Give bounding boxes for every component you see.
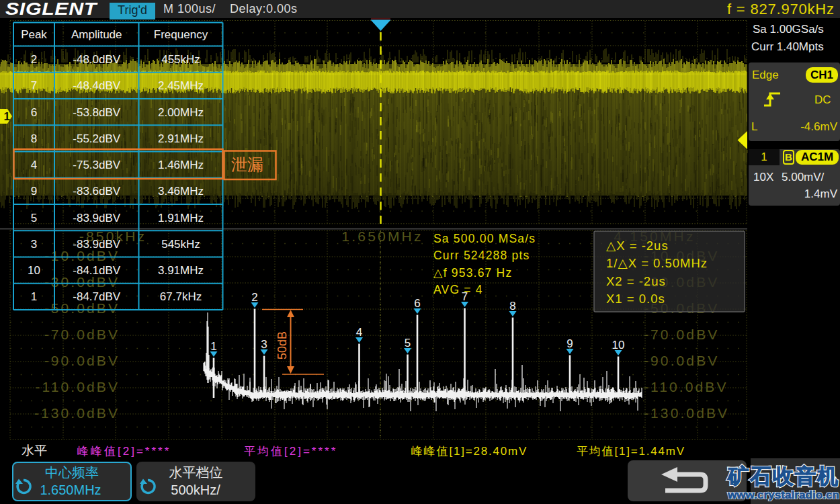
svg-text:6: 6 — [414, 297, 420, 310]
svg-text:2: 2 — [31, 53, 37, 66]
svg-text:67.7kHz: 67.7kHz — [160, 290, 202, 303]
svg-text:Amplitude: Amplitude — [71, 28, 122, 41]
svg-text:3: 3 — [261, 338, 267, 351]
svg-text:-70.0dBV: -70.0dBV — [644, 327, 719, 342]
svg-text:-48.0dBV: -48.0dBV — [73, 53, 121, 66]
svg-text:-70.0dBV: -70.0dBV — [44, 327, 120, 342]
svg-text:泄漏: 泄漏 — [231, 155, 263, 173]
svg-text:4: 4 — [356, 326, 362, 339]
svg-text:-130.0dBV: -130.0dBV — [34, 405, 120, 421]
svg-text:3.91MHz: 3.91MHz — [158, 264, 204, 277]
svg-text:1: 1 — [210, 340, 216, 353]
svg-text:AVG = 4: AVG = 4 — [433, 283, 483, 296]
svg-text:-83.9dBV: -83.9dBV — [73, 212, 121, 224]
svg-text:△X = -2us: △X = -2us — [606, 239, 669, 253]
svg-text:1/△X = 0.50MHz: 1/△X = 0.50MHz — [606, 256, 708, 270]
svg-text:7: 7 — [31, 79, 37, 92]
svg-text:Peak: Peak — [21, 28, 47, 41]
svg-text:2.91MHz: 2.91MHz — [158, 132, 204, 145]
svg-text:1.650MHz: 1.650MHz — [341, 228, 423, 244]
svg-text:9: 9 — [31, 185, 37, 198]
svg-text:5: 5 — [31, 212, 37, 224]
svg-text:1.91MHz: 1.91MHz — [158, 212, 204, 224]
svg-text:△f 953.67 Hz: △f 953.67 Hz — [433, 266, 512, 280]
svg-text:2.45MHz: 2.45MHz — [158, 79, 204, 92]
svg-text:X1 = 0.0s: X1 = 0.0s — [606, 292, 665, 306]
svg-text:9: 9 — [566, 337, 573, 350]
svg-text:50dB: 50dB — [276, 331, 289, 360]
svg-text:-90.0dBV: -90.0dBV — [644, 353, 719, 368]
svg-text:-75.3dBV: -75.3dBV — [73, 159, 121, 171]
svg-text:10: 10 — [612, 339, 625, 351]
svg-text:2.00MHz: 2.00MHz — [158, 106, 204, 119]
svg-text:8: 8 — [31, 132, 37, 145]
svg-text:Curr 524288 pts: Curr 524288 pts — [433, 249, 530, 262]
svg-text:Frequency: Frequency — [154, 28, 208, 41]
svg-text:矿石收音机: 矿石收音机 — [727, 464, 838, 488]
svg-text:455kHz: 455kHz — [161, 53, 200, 66]
svg-text:2: 2 — [251, 291, 257, 304]
svg-text:X2 = -2us: X2 = -2us — [606, 274, 666, 288]
svg-text:-83.9dBV: -83.9dBV — [73, 238, 121, 251]
svg-text:-53.8dBV: -53.8dBV — [73, 106, 121, 119]
svg-text:10: 10 — [28, 264, 40, 277]
svg-text:1.46MHz: 1.46MHz — [158, 159, 204, 171]
svg-text:1: 1 — [4, 110, 10, 123]
svg-text:3: 3 — [31, 238, 37, 251]
svg-text:Sa 500.00 MSa/s: Sa 500.00 MSa/s — [433, 232, 536, 245]
svg-text:-110.0dBV: -110.0dBV — [35, 379, 120, 394]
svg-text:www.crystalradio.cn: www.crystalradio.cn — [727, 489, 839, 501]
svg-text:-90.0dBV: -90.0dBV — [44, 353, 120, 368]
svg-text:-55.2dBV: -55.2dBV — [73, 132, 121, 145]
svg-text:-110.0dBV: -110.0dBV — [644, 379, 728, 394]
svg-text:6: 6 — [31, 106, 37, 119]
svg-text:-130.0dBV: -130.0dBV — [644, 405, 729, 421]
svg-text:-48.4dBV: -48.4dBV — [73, 79, 121, 92]
svg-text:4: 4 — [31, 159, 37, 171]
svg-text:-84.7dBV: -84.7dBV — [73, 290, 121, 303]
svg-text:3.46MHz: 3.46MHz — [158, 185, 204, 198]
svg-text:8: 8 — [509, 300, 515, 312]
svg-text:-83.6dBV: -83.6dBV — [73, 185, 121, 198]
svg-text:1: 1 — [31, 290, 37, 303]
svg-text:545kHz: 545kHz — [161, 238, 200, 251]
svg-text:-84.1dBV: -84.1dBV — [73, 264, 121, 277]
svg-text:5: 5 — [405, 337, 411, 349]
